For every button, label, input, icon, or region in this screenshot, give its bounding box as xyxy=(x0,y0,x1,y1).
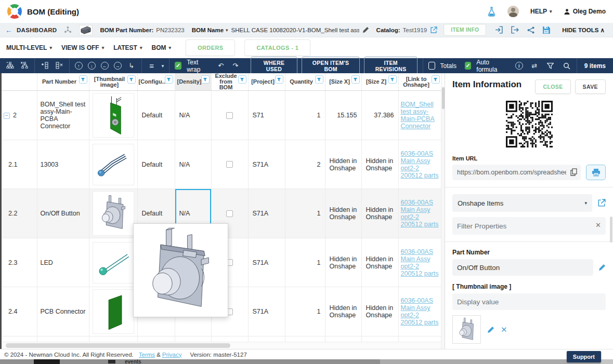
part-number-cell[interactable]: PCB Connector xyxy=(37,287,89,336)
dashboard-link[interactable]: DASHBOARD xyxy=(17,27,57,33)
onshape-link[interactable]: BOM_Shell test assy-Main-PCBA Connector xyxy=(401,101,435,130)
panel-scrollbar-thumb[interactable] xyxy=(610,217,612,242)
size-x-cell[interactable]: Hidden in Onshape xyxy=(325,238,361,287)
redo-icon[interactable]: ↷ xyxy=(231,61,240,71)
exclude-cell[interactable] xyxy=(211,140,248,189)
clear-filter-icon[interactable]: ✕ xyxy=(595,221,601,229)
density-cell[interactable]: N/A xyxy=(175,91,211,140)
onshape-link-cell[interactable]: 6036-00AS Main Assy opt2-2 200512 parts xyxy=(398,287,441,336)
thumbnail-cell[interactable] xyxy=(89,287,137,336)
thumbnail-onoff-button[interactable] xyxy=(93,191,134,236)
open-catalog-icon[interactable] xyxy=(430,26,437,34)
share-icon[interactable] xyxy=(527,26,535,34)
filter-icon[interactable] xyxy=(546,61,555,71)
print-button[interactable] xyxy=(586,165,606,180)
part-number-cell[interactable]: 13003 xyxy=(37,140,89,189)
support-button[interactable]: Support xyxy=(567,351,601,362)
totals-checkbox[interactable] xyxy=(428,62,435,70)
size-x-cell[interactable]: Hidden in Onshape xyxy=(325,287,361,336)
onshape-link[interactable]: 6036-00AS Main Assy opt2-2 200512 parts xyxy=(401,297,439,326)
save-icon[interactable] xyxy=(542,26,551,34)
size-z-cell[interactable]: Hidden in Onshape xyxy=(361,140,398,189)
filter-funnel-icon[interactable] xyxy=(388,75,397,84)
onshape-link-cell[interactable]: 6036-00AS Main Assy opt2-2 200512 parts xyxy=(398,140,441,189)
remove-column-icon[interactable] xyxy=(55,61,64,71)
project-cell[interactable]: S71A xyxy=(248,287,285,336)
thumbnail-pcba-assembly[interactable] xyxy=(93,93,134,138)
add-row-tree-icon[interactable] xyxy=(5,61,15,71)
info-icon[interactable]: i xyxy=(515,62,523,70)
row-id-cell[interactable]: 2.3 xyxy=(2,238,37,287)
edit-pencil-icon[interactable] xyxy=(362,26,369,33)
onshape-link-cell[interactable]: BOM_Shell test assy-Main-PCBA Connector xyxy=(398,91,441,140)
quantity-cell[interactable]: 1 xyxy=(285,287,325,336)
onshape-link[interactable]: 6036-00AS Main Assy opt2-2 200512 parts xyxy=(401,199,439,228)
view-mode-dropdown[interactable]: VIEW IS OFF▾ xyxy=(61,44,104,51)
thumbnail-cell[interactable] xyxy=(89,189,137,238)
filter-funnel-icon[interactable] xyxy=(79,75,87,84)
hide-tools-toggle[interactable]: HIDE TOOLS ∧ xyxy=(562,26,605,34)
quantity-cell[interactable]: 1 xyxy=(285,91,325,140)
export-icon[interactable] xyxy=(511,25,519,34)
onshape-link-cell[interactable]: 6036-00AS Main Assy opt2-2 200512 parts xyxy=(398,189,441,238)
labs-flask-icon[interactable] xyxy=(487,7,496,17)
bom-name-label[interactable]: BOM Name xyxy=(192,27,224,33)
thumbnail-preview[interactable] xyxy=(452,315,481,344)
row-id-cell[interactable]: −2 xyxy=(2,91,37,140)
row-id-cell[interactable]: 2.4 xyxy=(2,287,37,336)
filter-funnel-icon[interactable] xyxy=(165,75,173,84)
vertical-scrollbar[interactable] xyxy=(441,86,445,349)
move-down-icon[interactable]: ↓ xyxy=(88,62,96,70)
size-z-cell[interactable]: Hidden in Onshape xyxy=(361,189,398,238)
configuration-cell[interactable]: Default xyxy=(137,140,175,189)
project-cell[interactable]: S71A xyxy=(248,238,285,287)
project-cell[interactable]: S71 xyxy=(248,91,285,140)
filter-funnel-icon[interactable] xyxy=(201,75,210,84)
part-number-cell[interactable]: LED xyxy=(37,238,89,287)
collapse-row-icon[interactable]: − xyxy=(4,113,10,119)
quantity-cell[interactable]: 1 xyxy=(285,238,325,287)
move-left-icon[interactable]: ← xyxy=(101,62,109,70)
exclude-checkbox[interactable] xyxy=(226,112,233,119)
configuration-cell[interactable]: Default xyxy=(137,91,175,140)
size-x-cell[interactable]: 15.155 xyxy=(325,91,361,140)
size-x-cell[interactable]: Hidden in Onshape xyxy=(325,189,361,238)
import-icon[interactable] xyxy=(494,25,503,34)
thumbnail-display-input[interactable] xyxy=(452,293,606,310)
row-id-cell[interactable]: 2.2 xyxy=(2,189,37,238)
bom-dropdown[interactable]: BOM▾ xyxy=(151,44,171,51)
edit-thumbnail-icon[interactable] xyxy=(487,326,494,333)
filter-funnel-icon[interactable] xyxy=(432,75,440,84)
remove-thumbnail-icon[interactable]: ✕ xyxy=(501,325,507,334)
user-avatar[interactable] xyxy=(507,6,519,17)
horizontal-scrollbar-thumb[interactable] xyxy=(6,343,230,348)
filter-funnel-icon[interactable] xyxy=(127,75,136,84)
part-number-cell[interactable]: BOM_Shell test assy-Main-PCBA Connector xyxy=(37,91,89,140)
open-external-icon[interactable] xyxy=(597,199,606,207)
quantity-cell[interactable]: 2 xyxy=(285,140,325,189)
multi-level-dropdown[interactable]: MULTI-LEVEL▾ xyxy=(6,44,52,51)
project-cell[interactable]: S71A xyxy=(248,189,285,238)
close-button[interactable]: CLOSE xyxy=(535,79,570,94)
filter-funnel-icon[interactable] xyxy=(275,75,283,84)
save-button[interactable]: SAVE xyxy=(575,79,606,94)
row-id-cell[interactable]: 2.1 xyxy=(2,140,37,189)
back-arrow-icon[interactable]: ← xyxy=(5,26,12,34)
exclude-checkbox[interactable] xyxy=(226,210,233,217)
edit-pencil-icon[interactable] xyxy=(598,264,606,271)
orders-button[interactable]: ORDERS xyxy=(186,39,235,56)
exclude-checkbox[interactable] xyxy=(226,161,233,168)
catalogs-button[interactable]: CATALOGS - 1 xyxy=(244,39,310,56)
filter-funnel-icon[interactable] xyxy=(238,75,246,84)
remove-row-tree-icon[interactable] xyxy=(20,61,29,71)
thumbnail-transistor[interactable] xyxy=(93,144,134,185)
item-info-button[interactable]: ITEM INFO xyxy=(444,24,486,36)
density-cell[interactable]: N/A xyxy=(175,140,211,189)
thumbnail-cell[interactable] xyxy=(89,238,137,287)
help-menu[interactable]: HELP▾ xyxy=(530,8,552,15)
move-right-icon[interactable]: → xyxy=(114,62,122,70)
text-wrap-checkbox[interactable]: ✓ xyxy=(175,62,181,70)
onshape-link-cell[interactable]: 6036-00AS Main Assy opt2-2 200512 parts xyxy=(398,238,441,287)
size-x-cell[interactable]: Hidden in Onshape xyxy=(325,140,361,189)
align-menu-icon[interactable]: ≡ xyxy=(147,61,156,71)
